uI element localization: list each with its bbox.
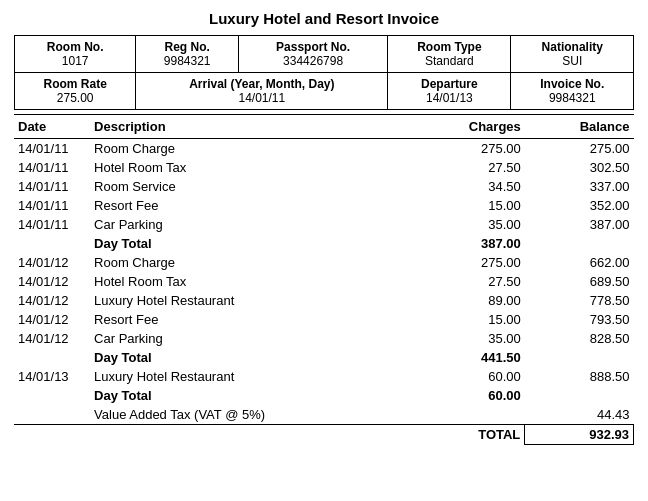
row-balance: 44.43 [525,405,634,425]
table-row: 14/01/11 Car Parking 35.00 387.00 [14,215,634,234]
table-row: Day Total 60.00 [14,386,634,405]
row-total-label: TOTAL [416,425,525,445]
row-description: Day Total [90,386,416,405]
row-charges: 275.00 [416,253,525,272]
row-balance: 662.00 [525,253,634,272]
row-charges: 441.50 [416,348,525,367]
room-rate-label: Room Rate [21,77,129,91]
reg-no-label: Reg No. [142,40,232,54]
row-description: Room Charge [90,253,416,272]
row-balance: 778.50 [525,291,634,310]
row-description: Room Charge [90,139,416,159]
row-charges: 89.00 [416,291,525,310]
row-description: Day Total [90,234,416,253]
row-charges: 27.50 [416,158,525,177]
table-row: 14/01/11 Room Charge 275.00 275.00 [14,139,634,159]
passport-no-label: Passport No. [245,40,381,54]
row-charges: 35.00 [416,329,525,348]
row-charges: 60.00 [416,367,525,386]
row-balance: 302.50 [525,158,634,177]
invoice-no-label: Invoice No. [517,77,627,91]
row-date: 14/01/11 [14,177,90,196]
arrival-label: Arrival (Year, Month, Day) [142,77,381,91]
row-description: Day Total [90,348,416,367]
row-date [14,425,90,445]
row-balance: 793.50 [525,310,634,329]
row-description: Luxury Hotel Restaurant [90,291,416,310]
row-description: Resort Fee [90,310,416,329]
table-row: 14/01/13 Luxury Hotel Restaurant 60.00 8… [14,367,634,386]
row-date: 14/01/12 [14,253,90,272]
row-description: Resort Fee [90,196,416,215]
row-date [14,405,90,425]
invoice-no-value: 9984321 [517,91,627,105]
row-charges: 15.00 [416,196,525,215]
table-row: 14/01/12 Luxury Hotel Restaurant 89.00 7… [14,291,634,310]
row-date [14,348,90,367]
row-balance: 689.50 [525,272,634,291]
col-header-description: Description [90,115,416,139]
row-description: Room Service [90,177,416,196]
nationality-value: SUI [517,54,627,68]
invoice-title: Luxury Hotel and Resort Invoice [14,10,634,27]
items-table: Date Description Charges Balance 14/01/1… [14,114,634,445]
table-row: 14/01/11 Room Service 34.50 337.00 [14,177,634,196]
row-charges: 15.00 [416,310,525,329]
row-date [14,386,90,405]
room-no-value: 1017 [21,54,129,68]
table-row: 14/01/11 Hotel Room Tax 27.50 302.50 [14,158,634,177]
row-balance [525,348,634,367]
row-balance [525,234,634,253]
nationality-label: Nationality [517,40,627,54]
row-description: Luxury Hotel Restaurant [90,367,416,386]
room-rate-value: 275.00 [21,91,129,105]
row-description: Hotel Room Tax [90,272,416,291]
table-row: 14/01/12 Resort Fee 15.00 793.50 [14,310,634,329]
departure-value: 14/01/13 [394,91,504,105]
col-header-charges: Charges [416,115,525,139]
row-charges: 27.50 [416,272,525,291]
col-header-date: Date [14,115,90,139]
reg-no-value: 9984321 [142,54,232,68]
arrival-value: 14/01/11 [142,91,381,105]
row-charges [416,405,525,425]
row-balance [525,386,634,405]
row-date: 14/01/12 [14,329,90,348]
header-table: Room No. 1017 Reg No. 9984321 Passport N… [14,35,634,110]
table-row: TOTAL 932.93 [14,425,634,445]
col-header-balance: Balance [525,115,634,139]
row-date: 14/01/11 [14,158,90,177]
row-date [14,234,90,253]
row-date: 14/01/11 [14,139,90,159]
room-type-label: Room Type [394,40,504,54]
invoice-wrapper: Luxury Hotel and Resort Invoice Room No.… [0,0,648,459]
departure-label: Departure [394,77,504,91]
row-date: 14/01/12 [14,291,90,310]
row-date: 14/01/13 [14,367,90,386]
row-balance: 352.00 [525,196,634,215]
row-charges: 275.00 [416,139,525,159]
room-type-value: Standard [394,54,504,68]
row-charges: 35.00 [416,215,525,234]
table-row: Day Total 387.00 [14,234,634,253]
row-balance: 337.00 [525,177,634,196]
row-charges: 34.50 [416,177,525,196]
table-row: 14/01/12 Car Parking 35.00 828.50 [14,329,634,348]
table-row: Value Added Tax (VAT @ 5%) 44.43 [14,405,634,425]
row-description: Value Added Tax (VAT @ 5%) [90,405,416,425]
row-charges: 60.00 [416,386,525,405]
row-date: 14/01/12 [14,310,90,329]
row-balance: 888.50 [525,367,634,386]
table-row: 14/01/11 Resort Fee 15.00 352.00 [14,196,634,215]
row-description: Car Parking [90,215,416,234]
table-row: 14/01/12 Room Charge 275.00 662.00 [14,253,634,272]
row-date: 14/01/12 [14,272,90,291]
row-date: 14/01/11 [14,215,90,234]
row-date: 14/01/11 [14,196,90,215]
table-row: Day Total 441.50 [14,348,634,367]
row-description [90,425,416,445]
passport-no-value: 334426798 [245,54,381,68]
row-total-value: 932.93 [525,425,634,445]
row-balance: 387.00 [525,215,634,234]
room-no-label: Room No. [21,40,129,54]
